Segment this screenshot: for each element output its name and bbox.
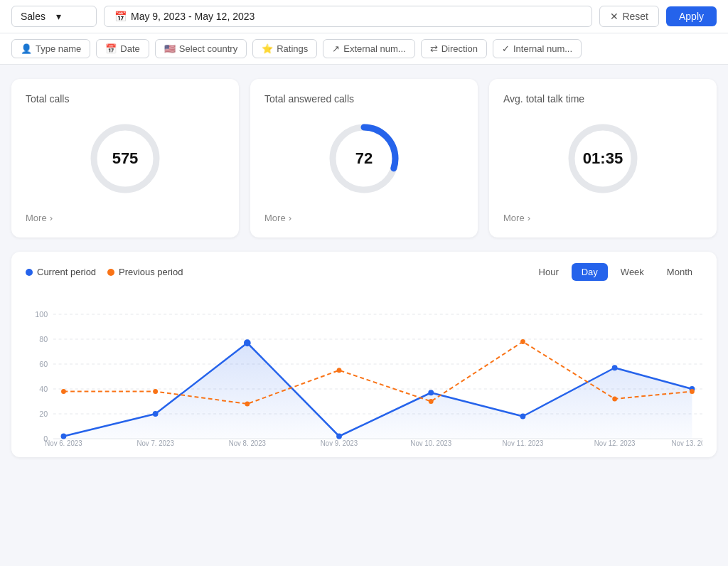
filter-type-name[interactable]: 👤 Type name xyxy=(11,39,90,58)
tab-month[interactable]: Month xyxy=(657,263,702,281)
person-icon: 👤 xyxy=(21,43,32,54)
svg-text:80: 80 xyxy=(39,335,48,343)
dot-prev-3 xyxy=(337,368,342,373)
legend-previous-label: Previous period xyxy=(119,267,183,277)
x-label-4: Nov 10, 2023 xyxy=(410,439,451,446)
reset-button[interactable]: ✕ Reset xyxy=(599,6,659,27)
donut-total-calls: 575 xyxy=(86,119,164,198)
svg-text:60: 60 xyxy=(39,360,48,368)
card-footer-avg: More › xyxy=(503,213,702,223)
arrow-up-right-icon: ↗ xyxy=(332,43,340,54)
card-body-avg: 01:35 xyxy=(503,116,702,201)
dot-prev-1 xyxy=(153,389,158,394)
donut-avg: 01:35 xyxy=(564,119,642,198)
chart-section: Current period Previous period Hour Day … xyxy=(11,252,717,457)
dot-prev-4 xyxy=(429,399,434,404)
card-avg-talk-time: Avg. total talk time 01:35 More › xyxy=(489,79,717,237)
x-label-1: Nov 7, 2023 xyxy=(136,439,174,446)
card-total-answered: Total answered calls 72 More › xyxy=(250,79,478,237)
card-footer-answered: More › xyxy=(264,213,464,223)
dot-current-0 xyxy=(61,434,67,439)
x-label-7: Nov 13, 2023 xyxy=(672,439,702,446)
dot-current-2 xyxy=(244,339,251,346)
more-link-total-calls[interactable]: More › xyxy=(26,213,225,223)
svg-text:40: 40 xyxy=(39,385,48,393)
x-label-6: Nov 12, 2023 xyxy=(594,439,636,446)
avg-talk-time-value: 01:35 xyxy=(583,149,623,168)
apply-button[interactable]: Apply xyxy=(666,6,717,26)
x-label-3: Nov 9, 2023 xyxy=(321,439,358,446)
filter-country[interactable]: 🇺🇸 Select country xyxy=(155,39,247,58)
card-title-total-calls: Total calls xyxy=(26,93,225,105)
filter-internal-num[interactable]: ✓ Internal num... xyxy=(493,39,582,58)
chevron-right-icon-2: › xyxy=(289,213,291,223)
card-total-calls: Total calls 575 More › xyxy=(11,79,239,237)
period-tabs: Hour Day Week Month xyxy=(529,263,702,281)
current-period-area xyxy=(63,343,692,439)
line-chart-svg: 0 20 40 60 80 100 xyxy=(26,289,702,446)
card-title-answered: Total answered calls xyxy=(264,93,464,105)
x-label-2: Nov 8, 2023 xyxy=(229,439,267,446)
dot-prev-6 xyxy=(612,397,617,402)
legend-previous: Previous period xyxy=(107,267,183,277)
date-range-label: May 9, 2023 - May 12, 2023 xyxy=(131,11,255,22)
chart-container: 0 20 40 60 80 100 xyxy=(26,289,702,446)
chevron-down-icon: ▾ xyxy=(56,11,87,22)
filter-bar: 👤 Type name 📅 Date 🇺🇸 Select country ⭐ R… xyxy=(0,33,728,65)
x-label-0: Nov 6, 2023 xyxy=(45,439,82,446)
cards-section: Total calls 575 More › Total answered ca… xyxy=(0,65,728,252)
legend-current-label: Current period xyxy=(37,267,96,277)
reset-label: Reset xyxy=(622,11,648,22)
card-footer-total-calls: More › xyxy=(26,213,225,223)
star-icon: ⭐ xyxy=(262,43,273,54)
dot-current-5 xyxy=(520,414,526,420)
top-bar: Sales ▾ 📅 May 9, 2023 - May 12, 2023 ✕ R… xyxy=(0,0,728,33)
filter-ratings[interactable]: ⭐ Ratings xyxy=(252,39,317,58)
tab-day[interactable]: Day xyxy=(572,263,608,281)
calendar-small-icon: 📅 xyxy=(105,43,117,54)
chevron-right-icon: › xyxy=(50,213,53,223)
dot-current-4 xyxy=(428,390,434,395)
chevron-right-icon-3: › xyxy=(528,213,530,223)
donut-answered: 72 xyxy=(325,119,403,198)
more-link-answered[interactable]: More › xyxy=(264,213,464,223)
card-body-total-calls: 575 xyxy=(26,116,225,201)
sales-dropdown[interactable]: Sales ▾ xyxy=(11,6,97,27)
dot-prev-5 xyxy=(520,339,525,344)
more-link-avg[interactable]: More › xyxy=(503,213,702,223)
legend-current: Current period xyxy=(26,267,96,277)
card-title-avg: Avg. total talk time xyxy=(503,93,702,105)
sales-label: Sales xyxy=(21,11,52,22)
dot-current-6 xyxy=(612,365,618,370)
svg-text:20: 20 xyxy=(39,410,48,418)
answered-calls-value: 72 xyxy=(355,149,373,168)
check-icon: ✓ xyxy=(502,43,510,54)
chart-header: Current period Previous period Hour Day … xyxy=(26,263,702,281)
x-icon: ✕ xyxy=(610,11,619,22)
filter-direction[interactable]: ⇄ Direction xyxy=(421,39,487,58)
tab-hour[interactable]: Hour xyxy=(529,263,569,281)
filter-external-num[interactable]: ↗ External num... xyxy=(323,39,414,58)
filter-date[interactable]: 📅 Date xyxy=(96,39,149,58)
flag-icon: 🇺🇸 xyxy=(164,43,176,54)
svg-text:100: 100 xyxy=(35,310,48,319)
dot-current-1 xyxy=(153,411,159,417)
legend-dot-previous xyxy=(107,269,114,276)
dot-prev-0 xyxy=(61,389,66,394)
total-calls-value: 575 xyxy=(112,149,139,168)
card-body-answered: 72 xyxy=(264,116,464,201)
direction-icon: ⇄ xyxy=(430,43,438,54)
legend-dot-current xyxy=(26,269,33,276)
x-label-5: Nov 11, 2023 xyxy=(503,439,544,446)
dot-prev-2 xyxy=(245,402,250,407)
calendar-icon: 📅 xyxy=(114,11,127,22)
tab-week[interactable]: Week xyxy=(611,263,654,281)
dot-prev-7 xyxy=(690,389,695,394)
chart-legend: Current period Previous period xyxy=(26,267,183,277)
dot-current-3 xyxy=(336,434,342,439)
date-range-button[interactable]: 📅 May 9, 2023 - May 12, 2023 xyxy=(104,6,592,27)
